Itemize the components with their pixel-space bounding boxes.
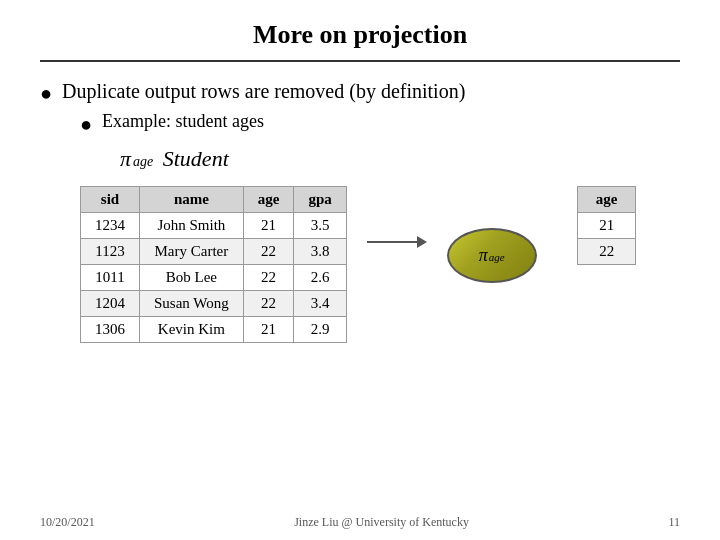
cell-gpa: 2.6 (294, 265, 346, 291)
footer-credit: Jinze Liu @ University of Kentucky (294, 515, 469, 530)
student-table-header-row: sid name age gpa (81, 187, 347, 213)
col-sid: sid (81, 187, 140, 213)
pi-symbol: π (120, 146, 131, 172)
table-row: 1011 Bob Lee 22 2.6 (81, 265, 347, 291)
pi-table-name (155, 146, 161, 172)
page: More on projection ● Duplicate output ro… (0, 0, 720, 540)
cell-sid: 1234 (81, 213, 140, 239)
cell-gpa: 3.8 (294, 239, 346, 265)
result-row: 22 (577, 239, 636, 265)
cell-name: Susan Wong (140, 291, 244, 317)
cell-name: Mary Carter (140, 239, 244, 265)
result-cell-age: 22 (577, 239, 636, 265)
page-title: More on projection (253, 20, 467, 49)
footer-page: 11 (668, 515, 680, 530)
table-row: 1204 Susan Wong 22 3.4 (81, 291, 347, 317)
col-gpa: gpa (294, 187, 346, 213)
col-age: age (243, 187, 294, 213)
cell-gpa: 2.9 (294, 317, 346, 343)
footer: 10/20/2021 Jinze Liu @ University of Ken… (40, 515, 680, 530)
table-row: 1123 Mary Carter 22 3.8 (81, 239, 347, 265)
pi-formula: π age Student (120, 146, 680, 172)
cell-gpa: 3.4 (294, 291, 346, 317)
col-name: name (140, 187, 244, 213)
cell-age: 22 (243, 265, 294, 291)
bullet-sub-1-text: Example: student ages (102, 111, 264, 132)
oval-pi: π (479, 245, 488, 266)
result-header-row: age (577, 187, 636, 213)
cell-sid: 1011 (81, 265, 140, 291)
oval-sub: age (489, 251, 505, 263)
bullet-main-1: ● Duplicate output rows are removed (by … (40, 80, 680, 105)
bullet-dot-1: ● (40, 82, 52, 105)
cell-name: John Smith (140, 213, 244, 239)
footer-date: 10/20/2021 (40, 515, 95, 530)
cell-sid: 1306 (81, 317, 140, 343)
title-area: More on projection (40, 20, 680, 62)
cell-gpa: 3.5 (294, 213, 346, 239)
cell-sid: 1204 (81, 291, 140, 317)
cell-age: 21 (243, 213, 294, 239)
table-row: 1234 John Smith 21 3.5 (81, 213, 347, 239)
table-row: 1306 Kevin Kim 21 2.9 (81, 317, 347, 343)
oval-text: π age (479, 245, 505, 266)
result-table: age 2122 (577, 186, 637, 265)
result-col-age: age (577, 187, 636, 213)
cell-name: Kevin Kim (140, 317, 244, 343)
pi-oval: π age (447, 228, 537, 283)
cell-age: 22 (243, 239, 294, 265)
arrow-line (367, 241, 417, 243)
oval-shape: π age (447, 228, 537, 283)
student-table: sid name age gpa 1234 John Smith 21 3.5 … (80, 186, 347, 343)
bullet-dot-2: ● (80, 113, 92, 136)
pi-subscript: age (133, 154, 153, 170)
arrow-container (367, 236, 427, 248)
cell-name: Bob Lee (140, 265, 244, 291)
result-cell-age: 21 (577, 213, 636, 239)
cell-age: 22 (243, 291, 294, 317)
result-row: 21 (577, 213, 636, 239)
cell-age: 21 (243, 317, 294, 343)
arrow-head (417, 236, 427, 248)
pi-table-name-val: Student (163, 146, 229, 172)
result-table-container: age 2122 (577, 186, 637, 275)
content-area: sid name age gpa 1234 John Smith 21 3.5 … (80, 186, 680, 343)
bullet-main-1-text: Duplicate output rows are removed (by de… (62, 80, 465, 103)
bullet-sub-1: ● Example: student ages (80, 111, 680, 136)
cell-sid: 1123 (81, 239, 140, 265)
